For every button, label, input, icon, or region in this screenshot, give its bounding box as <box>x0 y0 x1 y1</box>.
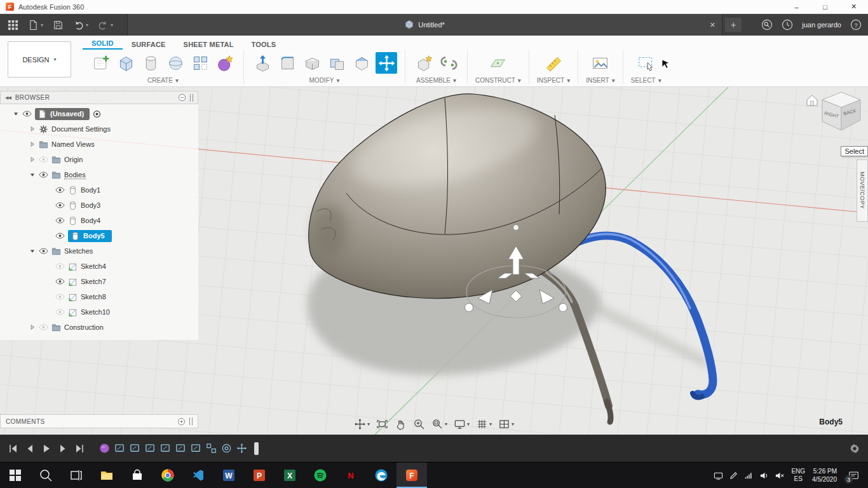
joint-button[interactable] <box>438 52 459 74</box>
new-component-button[interactable] <box>413 52 435 74</box>
viewports-button[interactable]: ▾ <box>498 418 514 430</box>
create-group-label[interactable]: CREATE▾ <box>147 77 179 84</box>
tree-item-named-views[interactable]: Named Views <box>0 137 198 152</box>
app-grid-menu-icon[interactable] <box>8 20 18 30</box>
tree-item-sketch10[interactable]: Sketch10 <box>0 304 198 320</box>
insert-group-label[interactable]: INSERT▾ <box>586 77 615 84</box>
expand-arrow-icon[interactable] <box>29 172 36 177</box>
assemble-group-label[interactable]: ASSEMBLE▾ <box>416 77 456 84</box>
inspect-group-label[interactable]: INSPECT▾ <box>537 77 570 84</box>
visibility-eye-icon[interactable] <box>55 202 65 208</box>
tree-item-body4[interactable]: Body4 <box>0 213 198 228</box>
active-document-radio-icon[interactable] <box>93 110 101 118</box>
press-pull-button[interactable] <box>252 52 273 74</box>
play-button[interactable] <box>41 443 52 454</box>
tree-item-document-settings[interactable]: Document Settings <box>0 121 198 137</box>
taskbar-store-button[interactable] <box>122 463 153 488</box>
tree-item-sketch8[interactable]: Sketch8 <box>0 289 198 304</box>
timeline-feature-sketch-5[interactable] <box>174 442 187 455</box>
ribbon-tab-surface[interactable]: SURFACE <box>123 39 175 50</box>
window-zoom-button[interactable]: ▾ <box>431 418 447 430</box>
workspace-selector[interactable]: DESIGN ▾ <box>8 41 71 78</box>
active-document-pill[interactable]: (Unsaved) <box>35 108 90 120</box>
expand-arrow-icon[interactable] <box>13 111 19 116</box>
user-account-button[interactable]: juan gerardo <box>802 21 841 29</box>
visibility-eye-icon[interactable] <box>55 309 65 315</box>
expand-arrow-icon[interactable] <box>29 157 36 162</box>
collapse-all-icon[interactable] <box>178 93 186 102</box>
expand-arrow-icon[interactable] <box>29 248 36 254</box>
construct-group-label[interactable]: CONSTRUCT▾ <box>475 77 521 84</box>
visibility-eye-icon[interactable] <box>55 278 65 285</box>
mute-icon[interactable] <box>775 471 784 480</box>
undo-button[interactable]: ▾ <box>73 20 88 30</box>
maximize-button[interactable]: □ <box>811 0 839 13</box>
taskbar-clock[interactable]: 5:26 PM 4/5/2020 <box>812 467 837 484</box>
select-window-button[interactable] <box>635 52 657 74</box>
help-icon[interactable]: ? <box>850 19 862 30</box>
taskbar-fusion-360-button[interactable]: F <box>397 463 427 488</box>
collapse-panel-icon[interactable]: ◀◀ <box>5 95 11 100</box>
pan-button[interactable] <box>395 418 407 430</box>
close-button[interactable]: ✕ <box>839 0 868 13</box>
fit-button[interactable] <box>376 418 388 430</box>
timeline-feature-sketch-1[interactable] <box>113 442 126 455</box>
display-settings-button[interactable]: ▾ <box>454 418 470 430</box>
rotate-handle-right[interactable] <box>559 304 567 312</box>
timeline-feature-sketch-4[interactable] <box>159 442 172 455</box>
tree-item-body5[interactable]: Body5 <box>0 228 198 243</box>
tree-item-body3[interactable]: Body3 <box>0 198 198 213</box>
document-tab[interactable]: Untitled* ✕ <box>127 14 722 36</box>
visibility-eye-icon[interactable] <box>55 233 65 239</box>
home-icon[interactable] <box>807 95 817 105</box>
job-status-clock-icon[interactable] <box>782 19 793 30</box>
move-copy-button[interactable] <box>376 52 397 74</box>
visibility-eye-icon[interactable] <box>39 324 48 330</box>
taskbar-word-button[interactable]: W <box>214 463 244 488</box>
modify-group-label[interactable]: MODIFY▾ <box>309 77 340 84</box>
timeline-feature-move-9[interactable] <box>235 442 248 455</box>
comments-panel[interactable]: COMMENTS <box>0 414 198 428</box>
cast-icon[interactable] <box>714 471 723 480</box>
redo-button[interactable]: ▾ <box>98 20 113 30</box>
taskbar-search-button[interactable] <box>31 463 61 488</box>
visibility-eye-icon[interactable] <box>22 111 32 117</box>
box-button[interactable] <box>115 52 137 74</box>
timeline-feature-sketch-2[interactable] <box>128 442 141 455</box>
panel-grip-handle[interactable] <box>190 94 193 102</box>
taskbar-start-button[interactable] <box>0 463 31 488</box>
pen-icon[interactable] <box>729 471 738 480</box>
visibility-eye-icon[interactable] <box>55 217 65 224</box>
construction-plane-button[interactable] <box>487 52 509 74</box>
view-cube-faces[interactable]: RIGHT BACK <box>822 92 860 130</box>
expand-arrow-icon[interactable] <box>29 142 36 147</box>
volume-icon[interactable] <box>759 471 769 480</box>
save-button[interactable] <box>53 20 64 30</box>
tree-item-body1[interactable]: Body1 <box>0 182 198 198</box>
expand-arrow-icon[interactable] <box>29 126 36 132</box>
taskbar-spotify-button[interactable] <box>305 463 336 488</box>
add-comment-icon[interactable] <box>177 417 186 426</box>
skip-end-button[interactable] <box>74 443 85 454</box>
action-center-button[interactable]: 3 <box>844 463 863 488</box>
visibility-eye-icon[interactable] <box>39 172 48 178</box>
ribbon-tab-sheet-metal[interactable]: SHEET METAL <box>175 39 243 50</box>
tree-item-origin[interactable]: Origin <box>0 152 198 167</box>
insert-image-button[interactable] <box>590 52 611 74</box>
timeline-feature-sketch-6[interactable] <box>189 442 202 455</box>
timeline-settings-gear-icon[interactable] <box>849 443 860 454</box>
select-group-label[interactable]: SELECT▾ <box>631 77 661 84</box>
fillet-button[interactable] <box>276 52 298 74</box>
taskbar-edge-button[interactable] <box>366 463 397 488</box>
tree-item-sketch7[interactable]: Sketch7 <box>0 274 198 289</box>
taskbar-chrome-button[interactable] <box>153 463 183 488</box>
step-back-button[interactable] <box>24 443 36 454</box>
pattern-button[interactable] <box>189 52 211 74</box>
tree-item-construction[interactable]: Construction <box>0 320 198 335</box>
timeline-playhead[interactable] <box>254 442 259 455</box>
shell-button[interactable] <box>301 52 323 74</box>
visibility-eye-icon[interactable] <box>39 156 48 163</box>
search-icon[interactable] <box>761 19 773 30</box>
grid-settings-button[interactable]: ▾ <box>476 418 492 430</box>
sphere-button[interactable] <box>165 52 186 74</box>
